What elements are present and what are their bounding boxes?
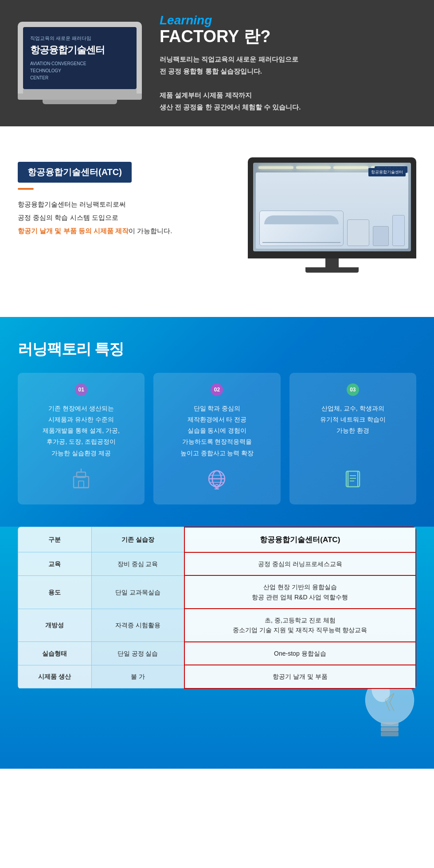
svg-rect-4 xyxy=(78,481,84,488)
feature-card-2: 02 단일 학과 중심의제작환경에서 타 전공실습을 동시에 경험이가능하도록 … xyxy=(153,373,280,504)
feature-card-3: 03 산업체, 교수, 학생과의유기적 네트워크 학습이가능한 환경 xyxy=(289,373,416,504)
atc-left: 항공융합기술센터(ATC) 항공융합기술센터는 러닝팩토리로써 공정 중심의 학… xyxy=(18,162,235,238)
monitor-label: 항공융합기술센터 xyxy=(375,166,407,173)
atc-highlight: 항공기 날개 및 부품 등의 시제품 제작 xyxy=(18,227,129,235)
globe-icon xyxy=(206,468,228,494)
svg-rect-22 xyxy=(381,722,399,727)
svg-rect-24 xyxy=(381,732,399,736)
laptop-eng: Aviation·ConvergenceTechnologyCenter xyxy=(30,60,129,82)
table-section: 구분 기존 실습장 항공융합기술센터(ATC) 교육 장비 중심 교육 공정 중… xyxy=(0,527,434,769)
hero-desc3: 제품 설계부터 시제품 제작까지 xyxy=(160,91,252,99)
table-row-open-cat: 개방성 xyxy=(18,609,92,642)
feature-num-1: 01 xyxy=(75,383,87,396)
features-grid: 01 기존 현장에서 생산되는시제품과 유사한 수준의제품개발을 통해 설계, … xyxy=(18,373,416,504)
factory-title: FACTORY 란? xyxy=(160,27,416,46)
laptop-title: 항공융합기술센터 xyxy=(30,43,129,57)
gap2 xyxy=(0,273,434,299)
table-row-edu-existing: 장비 중심 교육 xyxy=(91,552,184,575)
table-row-proto-cat: 시제품 생산 xyxy=(18,665,92,688)
building-icon xyxy=(70,468,92,494)
hero-section: 직업교육의 새로운 패러다임 항공융합기술센터 Aviation·Converg… xyxy=(0,0,434,126)
svg-rect-14 xyxy=(348,471,358,487)
feature-text-3: 산업체, 교수, 학생과의유기적 네트워크 학습이가능한 환경 xyxy=(320,403,386,459)
learning-badge: Learning xyxy=(160,13,416,27)
book-icon xyxy=(342,468,364,494)
atc-section: 항공융합기술센터(ATC) 항공융합기술센터는 러닝팩토리로써 공정 중심의 학… xyxy=(0,140,434,273)
atc-desc1: 항공융합기술센터는 러닝팩토리로써 xyxy=(18,200,126,208)
table-row-edu-atc: 공정 중심의 러닝프로세스교육 xyxy=(184,552,416,575)
table-header-category: 구분 xyxy=(18,527,92,552)
hero-desc: 러닝팩토리는 직업교육의 새로운 패러다임으로 전 공정 융합형 통합 실습장입… xyxy=(160,53,416,113)
feature-num-2: 02 xyxy=(211,383,223,396)
monitor-screen-content: 항공융합기술센터 xyxy=(253,163,411,251)
svg-rect-23 xyxy=(381,727,399,731)
feature-num-3: 03 xyxy=(347,383,359,396)
gap1 xyxy=(0,126,434,140)
table-row-open-atc: 초, 중,고등학교 진로 체험중소기업 기술 지원 및 재직자 직무능력 향상교… xyxy=(184,609,416,642)
atc-badge: 항공융합기술센터(ATC) xyxy=(18,162,132,183)
hero-desc4: 생산 전 공정을 한 공간에서 체험할 수 있습니다. xyxy=(160,103,301,111)
hero-desc2-plain: 전 공정 융합형 통합 실습장 xyxy=(160,67,240,75)
atc-desc2: 공정 중심의 학습 시스템 도입으로 xyxy=(18,214,118,221)
comparison-table: 구분 기존 실습장 항공융합기술센터(ATC) 교육 장비 중심 교육 공정 중… xyxy=(18,527,416,689)
bulb-icon xyxy=(336,689,416,742)
table-row-type-atc: One-stop 융합실습 xyxy=(184,642,416,665)
table-header-existing: 기존 실습장 xyxy=(91,527,184,552)
table-row-use-cat: 용도 xyxy=(18,575,92,609)
hero-desc1: 러닝팩토리는 직업교육의 새로운 패러다임으로 xyxy=(160,55,298,63)
table-row-proto-atc: 항공기 날개 및 부품 xyxy=(184,665,416,688)
features-title: 러닝팩토리 특징 xyxy=(18,339,416,360)
atc-description: 항공융합기술센터는 러닝팩토리로써 공정 중심의 학습 시스템 도입으로 항공기… xyxy=(18,198,235,238)
table-row-type-existing: 단일 공정 실습 xyxy=(91,642,184,665)
feature-card-1: 01 기존 현장에서 생산되는시제품과 유사한 수준의제품개발을 통해 설계, … xyxy=(18,373,145,504)
laptop-subtitle: 직업교육의 새로운 패러다임 xyxy=(30,35,129,42)
atc-suffix: 이 가능합니다. xyxy=(129,227,172,235)
table-row-open-existing: 자격증 시험활용 xyxy=(91,609,184,642)
feature-text-1: 기존 현장에서 생산되는시제품과 유사한 수준의제품개발을 통해 설계, 가공,… xyxy=(43,403,119,459)
hero-desc2-suffix: 입니다. xyxy=(240,67,262,75)
table-row-proto-existing: 불 가 xyxy=(91,665,184,688)
hero-text-block: Learning FACTORY 란? 러닝팩토리는 직업교육의 새로운 패러다… xyxy=(160,13,416,113)
atc-monitor: 항공융합기술센터 xyxy=(248,157,416,273)
atc-divider xyxy=(18,188,34,190)
laptop-graphic: 직업교육의 새로운 패러다임 항공융합기술센터 Aviation·Converg… xyxy=(18,22,142,104)
bulb-decoration xyxy=(18,689,416,742)
table-row-use-existing: 단일 교과목실습 xyxy=(91,575,184,609)
table-row-type-cat: 실습형태 xyxy=(18,642,92,665)
table-row-edu-cat: 교육 xyxy=(18,552,92,575)
feature-text-2: 단일 학과 중심의제작환경에서 타 전공실습을 동시에 경험이가능하도록 현장적… xyxy=(180,403,254,459)
table-header-atc: 항공융합기술센터(ATC) xyxy=(184,527,416,552)
table-row-use-atc: 산업 현장 기반의 융합실습항공 관련 업체 R&D 사업 역할수행 xyxy=(184,575,416,609)
svg-rect-0 xyxy=(74,477,89,488)
features-section: 러닝팩토리 특징 01 기존 현장에서 생산되는시제품과 유사한 수준의제품개발… xyxy=(0,317,434,527)
